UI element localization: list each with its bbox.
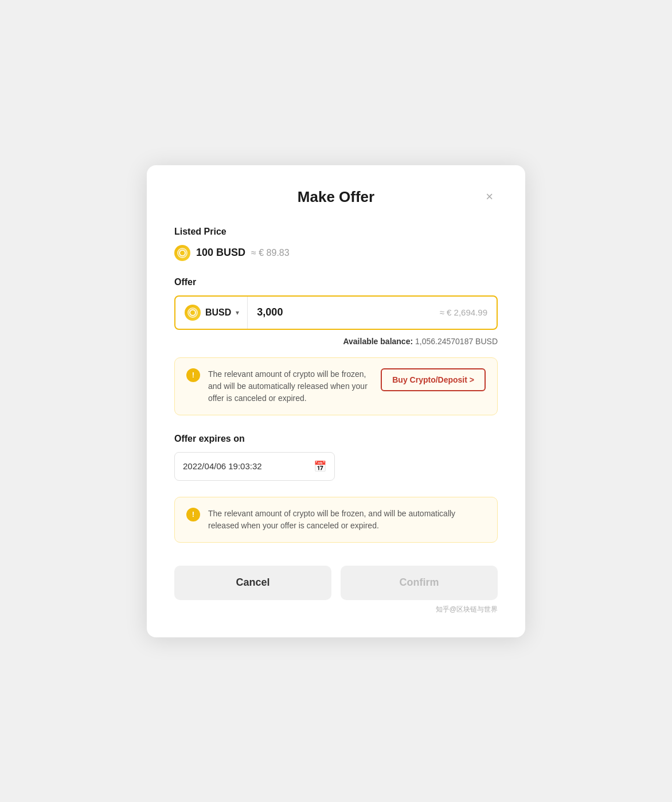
watermark: 知乎@区块链与世界 <box>174 605 498 614</box>
cancel-button[interactable]: Cancel <box>174 566 331 600</box>
listed-price-label: Listed Price <box>174 227 498 237</box>
offer-section: Offer BUSD ▾ ≈ € 2,694.99 <box>174 277 498 330</box>
listed-price-section: Listed Price 100 BUSD ≈ € 89.83 <box>174 227 498 261</box>
confirm-button[interactable]: Confirm <box>341 566 498 600</box>
listed-price-approx: ≈ € 89.83 <box>251 248 290 258</box>
listed-price-row: 100 BUSD ≈ € 89.83 <box>174 245 498 261</box>
offer-input-wrapper: BUSD ▾ ≈ € 2,694.99 <box>174 295 498 330</box>
offer-euro-approx: ≈ € 2,694.99 <box>440 307 487 317</box>
warning-text-1: The relevant amount of crypto will be fr… <box>208 368 372 404</box>
busd-icon-inner <box>177 248 187 258</box>
busd-icon <box>174 245 190 261</box>
warning-text-2: The relevant amount of crypto will be fr… <box>208 508 486 532</box>
balance-label: Available balance: <box>343 337 413 346</box>
warning-icon-2: ! <box>186 508 200 521</box>
currency-selector[interactable]: BUSD ▾ <box>185 297 248 329</box>
calendar-icon[interactable]: 📅 <box>314 460 326 473</box>
modal-title: Make Offer <box>298 188 374 206</box>
listed-price-amount: 100 BUSD <box>196 247 245 259</box>
date-input-wrapper: 📅 <box>174 452 335 481</box>
offer-busd-icon <box>185 305 201 321</box>
currency-label: BUSD <box>205 307 231 318</box>
make-offer-modal: Make Offer × Listed Price 100 BUSD ≈ € 8… <box>147 165 525 637</box>
close-button[interactable]: × <box>481 188 498 205</box>
offer-busd-icon-inner <box>187 307 198 318</box>
offer-amount-input[interactable] <box>248 306 439 318</box>
warning-icon-1: ! <box>186 368 200 382</box>
warning-box-2: ! The relevant amount of crypto will be … <box>174 497 498 543</box>
buy-crypto-deposit-button[interactable]: Buy Crypto/Deposit > <box>381 368 486 391</box>
action-buttons: Cancel Confirm <box>174 566 498 600</box>
expires-label: Offer expires on <box>174 434 498 444</box>
offer-label: Offer <box>174 277 498 287</box>
balance-value: 1,056.24570187 BUSD <box>415 337 498 346</box>
chevron-down-icon: ▾ <box>236 309 239 317</box>
warning-box-inner: The relevant amount of crypto will be fr… <box>208 368 486 404</box>
expires-section: Offer expires on 📅 <box>174 434 498 481</box>
date-input[interactable] <box>183 461 307 471</box>
modal-header: Make Offer × <box>174 188 498 206</box>
balance-row: Available balance: 1,056.24570187 BUSD <box>174 337 498 346</box>
warning-box-1: ! The relevant amount of crypto will be … <box>174 357 498 415</box>
